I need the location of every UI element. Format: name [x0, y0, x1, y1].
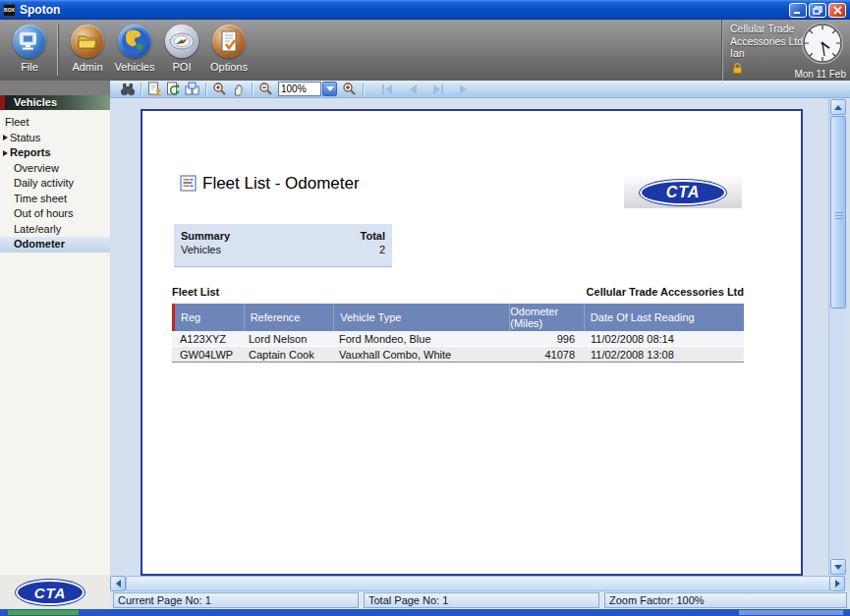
poi-button-label: POI	[173, 61, 192, 73]
status-zoom-factor: Zoom Factor: 100%	[604, 592, 847, 608]
sidebar-item-label: Out of hours	[14, 207, 74, 219]
pan-hand-icon[interactable]	[229, 82, 248, 97]
sidebar-item-label: Odometer	[14, 238, 65, 250]
sidebar-item-fleet[interactable]: Fleet	[0, 115, 110, 131]
scroll-right-button[interactable]	[829, 576, 845, 591]
fleet-table-header: Reg Reference Vehicle Type Odometer (Mil…	[172, 304, 744, 331]
vertical-scrollbar[interactable]	[828, 98, 846, 576]
close-button[interactable]	[828, 3, 846, 18]
toolbar-separator	[57, 25, 58, 76]
cta-logo: CTA	[640, 180, 726, 205]
sidebar-item-label: Late/early	[14, 223, 61, 235]
view-toolbar-separator	[141, 83, 142, 96]
arrow-right-icon	[835, 580, 840, 588]
horizontal-scrollbar-thumb[interactable]	[126, 576, 830, 591]
cell-odometer: 996	[508, 333, 583, 345]
column-header-odometer: Odometer (Miles)	[509, 304, 584, 331]
poi-button[interactable]: POI	[158, 25, 205, 73]
cell-date: 11/02/2008 13:08	[583, 349, 744, 361]
footer-logo-area: CTA	[0, 575, 110, 609]
padlock-icon	[731, 62, 744, 77]
sidebar-header: Vehicles	[0, 95, 110, 110]
view-toolbar-separator	[205, 83, 206, 96]
table-row: A123XYZ Lord Nelson Ford Mondeo, Blue 99…	[172, 331, 744, 347]
table-row: GW04LWP Captain Cook Vauxhall Combo, Whi…	[172, 347, 744, 363]
poi-compass-icon	[165, 25, 198, 58]
status-current-page: Current Page No: 1	[113, 592, 359, 608]
arrow-down-icon	[834, 565, 842, 570]
options-button[interactable]: Options	[205, 25, 253, 73]
arrow-left-icon	[116, 580, 121, 588]
report-logo-box: CTA	[624, 176, 742, 208]
bottom-green-segment	[8, 610, 79, 615]
sidebar-item-late-early[interactable]: Late/early	[0, 222, 110, 238]
cell-date: 11/02/2008 08:14	[583, 333, 744, 345]
export-page-icon[interactable]	[145, 82, 164, 97]
next-page-icon[interactable]	[454, 82, 473, 97]
company-name-line1: Cellular Trade	[730, 23, 803, 35]
zoom-select-icon[interactable]	[210, 82, 229, 97]
scroll-left-button[interactable]	[110, 576, 126, 591]
admin-folder-icon	[71, 25, 104, 58]
file-button[interactable]: File	[6, 25, 53, 73]
status-bar: Current Page No: 1 Total Page No: 1 Zoom…	[110, 591, 850, 609]
sidebar-item-odometer[interactable]: Odometer	[0, 237, 110, 252]
sidebar-item-time-sheet[interactable]: Time sheet	[0, 192, 110, 207]
sidebar-item-label: Overview	[14, 162, 59, 174]
report-doc-icon	[180, 175, 197, 194]
admin-button-label: Admin	[72, 61, 102, 73]
vehicles-globe-icon	[118, 25, 151, 58]
cell-reference: Lord Nelson	[241, 333, 331, 345]
app-icon: BOX	[3, 4, 16, 17]
zoom-out-icon[interactable]	[256, 82, 275, 97]
sidebar-item-daily-activity[interactable]: Daily activity	[0, 176, 110, 192]
options-form-icon	[212, 25, 246, 58]
sidebar-item-label: Fleet	[5, 116, 28, 128]
file-computer-icon	[13, 25, 46, 58]
options-button-label: Options	[210, 61, 248, 73]
sidebar-item-out-of-hours[interactable]: Out of hours	[0, 206, 110, 222]
summary-total-label: Total	[361, 229, 385, 243]
scroll-up-button[interactable]	[830, 99, 846, 115]
file-button-label: File	[21, 61, 38, 73]
column-header-reference: Reference	[244, 304, 334, 331]
vertical-scrollbar-thumb[interactable]	[830, 116, 846, 308]
previous-page-icon[interactable]	[403, 82, 422, 97]
zoom-level-combo	[278, 82, 337, 96]
cell-reg: GW04LWP	[172, 349, 241, 361]
refresh-page-icon[interactable]	[164, 82, 183, 97]
zoom-in-icon[interactable]	[340, 82, 359, 97]
admin-button[interactable]: Admin	[64, 25, 111, 73]
vehicles-button-label: Vehicles	[115, 61, 155, 73]
vehicles-button[interactable]: Vehicles	[111, 25, 158, 73]
user-info-panel: Cellular Trade Accessories Ltd Ian Mon 1…	[722, 20, 850, 81]
restore-button[interactable]	[809, 3, 826, 18]
summary-row-label: Vehicles	[181, 243, 221, 256]
page-layout-icon[interactable]	[183, 82, 201, 97]
zoom-dropdown-button[interactable]	[322, 82, 337, 96]
sidebar-item-reports[interactable]: Reports	[0, 145, 110, 161]
view-toolbar-separator	[363, 83, 364, 96]
column-header-reg: Reg	[175, 304, 244, 331]
column-header-vehicle-type: Vehicle Type	[333, 304, 509, 331]
fleet-list-title: Fleet List	[172, 286, 219, 298]
first-page-icon[interactable]	[377, 82, 396, 97]
cell-vehicle-type: Ford Mondeo, Blue	[331, 333, 508, 345]
minimize-button[interactable]	[789, 3, 807, 18]
cell-odometer: 41078	[508, 349, 583, 361]
sidebar-item-label: Status	[10, 132, 40, 143]
last-page-icon[interactable]	[428, 82, 447, 97]
scroll-down-button[interactable]	[830, 559, 846, 575]
bottom-light-segment	[739, 610, 843, 615]
company-name: Cellular Trade Accessories Ltd	[587, 286, 744, 298]
sidebar-item-label: Daily activity	[14, 177, 74, 189]
date-label: Mon 11 Feb	[794, 69, 846, 80]
chevron-down-icon	[326, 86, 334, 91]
horizontal-scrollbar[interactable]	[110, 576, 846, 591]
zoom-level-input[interactable]	[278, 82, 321, 96]
search-icon[interactable]	[118, 82, 137, 97]
sidebar-item-status[interactable]: Status	[0, 131, 110, 146]
status-total-page: Total Page No: 1	[364, 592, 599, 608]
arrow-right-icon	[3, 135, 8, 140]
sidebar-item-overview[interactable]: Overview	[0, 161, 110, 177]
